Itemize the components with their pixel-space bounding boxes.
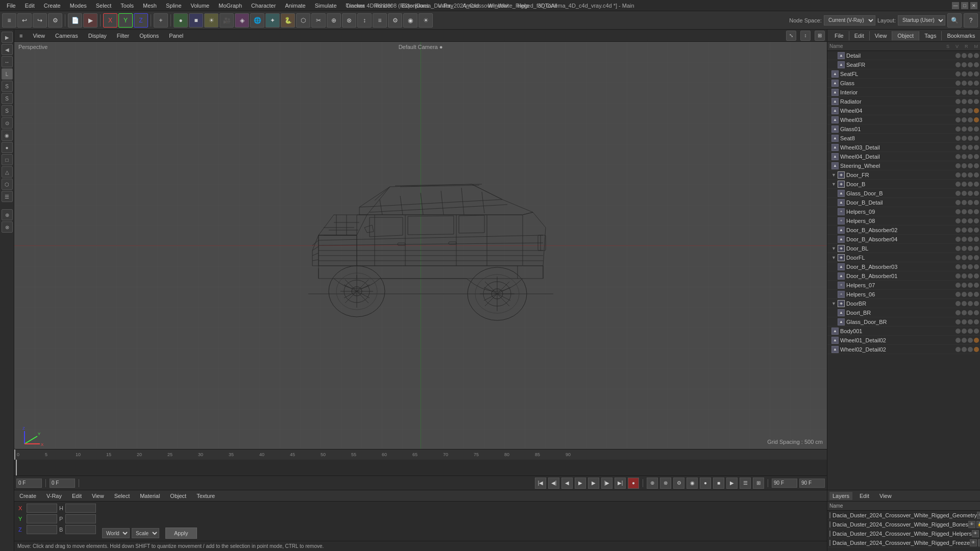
obj-DoorFL[interactable]: ▼ ◈ DoorFL (827, 253, 980, 262)
right-tab-edit[interactable]: Edit (849, 31, 870, 40)
layer-bones[interactable]: Dacia_Duster_2024_Crossover_White_Rigged… (827, 520, 980, 529)
transport-extra3[interactable]: ⚙ (673, 478, 684, 489)
sidebar-mode-9[interactable]: ◉ (2, 130, 13, 141)
start-frame-input[interactable]: 0 F (50, 479, 75, 488)
obj-arrow-collapse[interactable]: ▼ (831, 182, 838, 187)
obj-Glass-Door-B[interactable]: ▲ Glass_Door_B (827, 189, 980, 198)
y-position[interactable]: 0 cm (27, 514, 57, 523)
transport-extra8[interactable]: ☰ (740, 478, 751, 489)
vt-maximize[interactable]: ⤡ (786, 31, 796, 41)
transport-extra9[interactable]: ⊞ (753, 478, 764, 489)
obj-Door-BL[interactable]: ▼ ◈ Door_BL (827, 244, 980, 253)
transport-extra2[interactable]: ⊗ (660, 478, 671, 489)
sidebar-mode-12[interactable]: △ (2, 166, 13, 178)
z-position[interactable]: 0 cm (27, 525, 57, 534)
tab-select[interactable]: Select (111, 492, 133, 500)
maximize-button[interactable]: □ (961, 2, 968, 9)
obj-Wheel04-Detail[interactable]: ▲ Wheel04_Detail (827, 152, 980, 161)
vt-display[interactable]: Display (85, 32, 110, 40)
obj-Door-B[interactable]: ▼ ◈ Door_B (827, 180, 980, 189)
obj-arrow-collapse[interactable]: ▼ (831, 246, 838, 251)
sidebar-mode-11[interactable]: □ (2, 154, 13, 165)
transport-next-key[interactable]: |▶ (601, 478, 612, 489)
menu-mograph[interactable]: MoGraph (214, 2, 246, 10)
layer-eye-icon[interactable]: 👁 (972, 530, 979, 537)
menu-modes[interactable]: Modes (66, 2, 91, 10)
sidebar-mode-14[interactable]: ☰ (2, 191, 13, 202)
b-rotation[interactable]: 0 ° (65, 525, 96, 534)
toolbar-settings[interactable]: ⚙ (48, 13, 62, 28)
layer-eye-icon[interactable]: 👁 (977, 512, 980, 519)
vt-icon3[interactable]: ⊞ (815, 31, 825, 41)
toolbar-vray-env[interactable]: 🌐 (250, 13, 264, 28)
transport-prev-frame[interactable]: ◀ (561, 478, 573, 489)
search-icon[interactable]: 🔍 (947, 13, 962, 28)
obj-Helpers-09[interactable]: + Helpers_09 (827, 207, 980, 216)
obj-Helpers-07[interactable]: + Helpers_07 (827, 281, 980, 290)
menu-file[interactable]: File (3, 2, 20, 10)
right-tab-tags[interactable]: Tags (919, 31, 942, 40)
sidebar-mode-1[interactable]: ▶ (2, 32, 13, 43)
toolbar-vray-sphere[interactable]: ● (174, 13, 188, 28)
transport-extra6[interactable]: ■ (713, 478, 724, 489)
toolbar-icon-extra2[interactable]: ✂ (311, 13, 326, 28)
sidebar-mode-3[interactable]: ↔ (2, 56, 13, 67)
menu-character[interactable]: Character (247, 2, 280, 10)
p-rotation[interactable]: 0 ° (65, 514, 96, 523)
vt-panel[interactable]: Panel (166, 32, 186, 40)
fps-input[interactable]: 90 F (799, 479, 825, 488)
menu-tools[interactable]: Tools (116, 2, 138, 10)
h-rotation[interactable]: 0 ° (65, 504, 96, 513)
obj-Door-B-Absorber03[interactable]: ▲ Door_B_Absorber03 (827, 262, 980, 271)
sidebar-mode-13[interactable]: ⬡ (2, 179, 13, 190)
menu-create[interactable]: Create (40, 2, 65, 10)
toolbar-undo[interactable]: ↩ (17, 13, 32, 28)
vt-view[interactable]: View (30, 32, 48, 40)
obj-Helpers-08[interactable]: + Helpers_08 (827, 216, 980, 226)
right-tab-view[interactable]: View (870, 31, 893, 40)
vt-icon2[interactable]: ↕ (800, 31, 811, 41)
layer-lock-icon[interactable]: 🔒 (976, 521, 980, 528)
menu-edit[interactable]: Edit (21, 2, 39, 10)
sidebar-mode-8[interactable]: ⊙ (2, 117, 13, 129)
menu-simulate[interactable]: Simulate (311, 2, 341, 10)
tab-texture[interactable]: Texture (193, 492, 218, 500)
obj-Door-B-Absorber04[interactable]: ▲ Door_B_Absorber04 (827, 235, 980, 244)
obj-Steering-Wheel[interactable]: ▲ Steering_Wheel (827, 161, 980, 170)
transport-play[interactable]: ▶ (575, 478, 586, 489)
transport-extra5[interactable]: ● (700, 478, 711, 489)
right-tab-bookmarks[interactable]: Bookmarks (942, 31, 980, 40)
tab-edit[interactable]: Edit (69, 492, 85, 500)
current-frame-input[interactable]: 0 F (16, 479, 42, 488)
transport-record[interactable]: ● (628, 478, 639, 489)
obj-Door-B-Detail[interactable]: ▲ Door_B_Detail (827, 198, 980, 207)
toolbar-vray-py[interactable]: 🐍 (281, 13, 295, 28)
right-tab-file[interactable]: File (829, 31, 849, 40)
tab-material[interactable]: Material (137, 492, 163, 500)
toolbar-icon-extra4[interactable]: ⊗ (342, 13, 356, 28)
obj-Radiator[interactable]: ▲ Radiator (827, 97, 980, 106)
toolbar-icon-1[interactable]: ≡ (2, 13, 16, 28)
sidebar-mode-5[interactable]: S (2, 81, 13, 92)
obj-Doort-BR[interactable]: ▲ Doort_BR (827, 308, 980, 317)
toolbar-add[interactable]: + (154, 13, 168, 28)
right-tab-object[interactable]: Object (892, 31, 919, 40)
tab-object[interactable]: Object (167, 492, 189, 500)
toolbar-icon-extra3[interactable]: ⊕ (327, 13, 341, 28)
obj-Wheel03[interactable]: ▲ Wheel03 (827, 115, 980, 124)
apply-button[interactable]: Apply (165, 528, 197, 539)
obj-arrow-collapse[interactable]: ▼ (831, 255, 838, 260)
obj-Wheel03-Detail[interactable]: ▲ Wheel03_Detail (827, 143, 980, 152)
transform-mode-select[interactable]: Scale (132, 528, 159, 538)
toolbar-x-axis[interactable]: X (103, 13, 117, 28)
vt-menu-toggle[interactable]: ≡ (16, 32, 26, 40)
layer-lock-icon[interactable]: 🔒 (978, 539, 980, 546)
toolbar-y-axis[interactable]: Y (118, 13, 133, 28)
vt-options[interactable]: Options (136, 32, 162, 40)
tab-vray[interactable]: V-Ray (43, 492, 65, 500)
layers-tab-edit[interactable]: Edit (856, 492, 872, 500)
timeline-content[interactable] (14, 460, 827, 475)
layer-freeze[interactable]: Dacia_Duster_2024_Crossover_White_Rigged… (827, 538, 980, 547)
close-button[interactable]: ✕ (970, 2, 977, 9)
sidebar-mode-2[interactable]: ◀ (2, 44, 13, 55)
